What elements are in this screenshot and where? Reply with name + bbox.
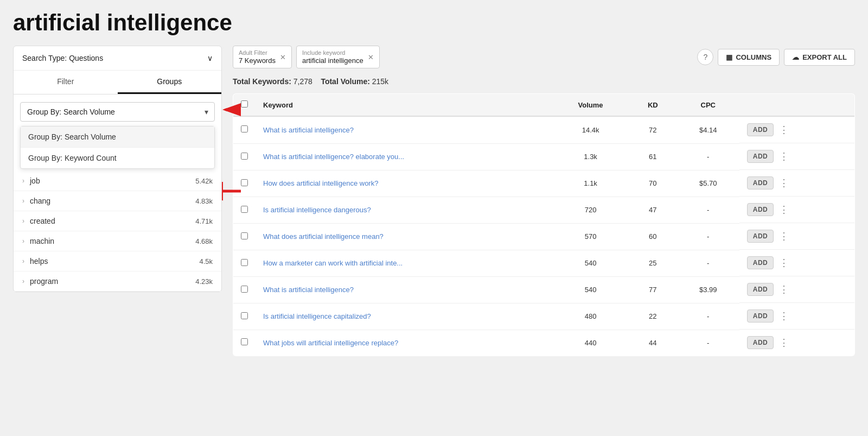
help-button[interactable]: ? bbox=[697, 49, 713, 65]
add-button[interactable]: ADD bbox=[747, 336, 774, 349]
keyword-link[interactable]: Is artificial intelligence dangerous? bbox=[263, 206, 371, 214]
more-options-button[interactable]: ⋮ bbox=[776, 123, 792, 137]
group-by-select[interactable]: Group By: Search Volume Group By: Keywor… bbox=[20, 102, 215, 122]
action-cell: ADD ⋮ bbox=[739, 170, 854, 197]
chip-value-keyword: artificial intelligence bbox=[302, 56, 363, 65]
keyword-link[interactable]: What is artificial intelligence? bbox=[263, 286, 354, 294]
keyword-cell: What is artificial intelligence? bbox=[256, 116, 552, 143]
kd-cell: 61 bbox=[629, 143, 677, 170]
row-checkbox[interactable] bbox=[241, 312, 248, 319]
cpc-cell: - bbox=[677, 143, 739, 170]
row-checkbox[interactable] bbox=[241, 338, 248, 345]
row-checkbox-cell bbox=[233, 303, 256, 330]
add-button[interactable]: ADD bbox=[747, 230, 774, 243]
table-row: Is artificial intelligence dangerous? 72… bbox=[233, 197, 855, 223]
chevron-right-icon: › bbox=[22, 277, 24, 285]
chip-label-adult: Adult Filter bbox=[239, 49, 276, 56]
keyword-cell: What is artificial intelligence? elabora… bbox=[256, 143, 552, 170]
sidebar-list: › job 5.42k › chang 4.83k › created 4.71… bbox=[14, 171, 221, 292]
list-item[interactable]: › program 4.23k bbox=[14, 271, 221, 292]
volume-column-header[interactable]: Volume bbox=[552, 94, 629, 117]
list-item[interactable]: › machin 4.68k bbox=[14, 231, 221, 251]
keyword-link[interactable]: What is artificial intelligence? bbox=[263, 126, 354, 134]
row-checkbox[interactable] bbox=[241, 179, 248, 186]
chevron-right-icon: › bbox=[22, 197, 24, 205]
select-all-checkbox[interactable] bbox=[241, 100, 248, 108]
keyword-link[interactable]: What jobs will artificial intelligence r… bbox=[263, 339, 398, 347]
keywords-table: Keyword Volume KD CPC What is artificial… bbox=[233, 93, 855, 356]
question-icon: ? bbox=[704, 53, 708, 61]
chevron-right-icon: › bbox=[22, 217, 24, 225]
keyword-link[interactable]: Is artificial intelligence capitalized? bbox=[263, 312, 371, 320]
table-row: What is artificial intelligence? elabora… bbox=[233, 143, 855, 170]
adult-filter-close-button[interactable]: ✕ bbox=[280, 53, 286, 61]
volume-cell: 1.1k bbox=[552, 170, 629, 197]
row-checkbox[interactable] bbox=[241, 153, 248, 160]
search-type-dropdown[interactable]: Search Type: Questions ∨ bbox=[14, 46, 221, 71]
total-volume-value: 215k bbox=[372, 77, 388, 86]
tab-filter[interactable]: Filter bbox=[14, 71, 118, 94]
more-options-button[interactable]: ⋮ bbox=[776, 336, 792, 350]
row-checkbox[interactable] bbox=[241, 286, 248, 293]
cpc-column-header[interactable]: CPC bbox=[677, 94, 739, 117]
add-button[interactable]: ADD bbox=[747, 176, 774, 189]
keyword-cell: How does artificial intelligence work? bbox=[256, 170, 552, 197]
columns-button[interactable]: ▦ COLUMNS bbox=[718, 49, 780, 66]
kd-cell: 70 bbox=[629, 170, 677, 197]
keyword-link[interactable]: What does artificial intelligence mean? bbox=[263, 232, 384, 241]
row-checkbox[interactable] bbox=[241, 232, 248, 239]
sidebar-tabs: Filter Groups bbox=[14, 71, 221, 94]
export-icon: ☁ bbox=[792, 53, 799, 61]
include-keyword-close-button[interactable]: ✕ bbox=[368, 53, 374, 61]
keyword-column-header[interactable]: Keyword bbox=[256, 94, 552, 117]
more-options-button[interactable]: ⋮ bbox=[776, 149, 792, 163]
volume-cell: 540 bbox=[552, 276, 629, 303]
list-item[interactable]: › job 5.42k bbox=[14, 171, 221, 191]
table-row: How does artificial intelligence work? 1… bbox=[233, 170, 855, 197]
cpc-cell: - bbox=[677, 303, 739, 330]
cpc-cell: $4.14 bbox=[677, 116, 739, 143]
chip-value-adult: 7 Keywords bbox=[239, 56, 276, 65]
row-checkbox[interactable] bbox=[241, 125, 248, 132]
add-button[interactable]: ADD bbox=[747, 283, 774, 296]
action-cell: ADD ⋮ bbox=[739, 223, 854, 250]
list-item[interactable]: › chang 4.83k bbox=[14, 191, 221, 211]
more-options-button[interactable]: ⋮ bbox=[776, 229, 792, 243]
more-options-button[interactable]: ⋮ bbox=[776, 256, 792, 270]
chevron-right-icon: › bbox=[22, 177, 24, 185]
adult-filter-chip: Adult Filter 7 Keywords ✕ bbox=[233, 46, 292, 68]
dropdown-option-search-volume[interactable]: Group By: Search Volume bbox=[21, 127, 214, 148]
volume-cell: 440 bbox=[552, 330, 629, 356]
list-item[interactable]: › created 4.71k bbox=[14, 211, 221, 231]
add-button[interactable]: ADD bbox=[747, 123, 774, 136]
row-checkbox-cell bbox=[233, 330, 256, 356]
more-options-button[interactable]: ⋮ bbox=[776, 282, 792, 296]
add-button[interactable]: ADD bbox=[747, 309, 774, 323]
row-checkbox[interactable] bbox=[241, 206, 248, 213]
add-button[interactable]: ADD bbox=[747, 203, 774, 216]
list-item[interactable]: › helps 4.5k bbox=[14, 251, 221, 271]
row-checkbox-cell bbox=[233, 250, 256, 276]
action-cell: ADD ⋮ bbox=[739, 197, 854, 223]
keyword-cell: How a marketer can work with artificial … bbox=[256, 250, 552, 276]
volume-cell: 570 bbox=[552, 223, 629, 250]
more-options-button[interactable]: ⋮ bbox=[776, 176, 792, 190]
select-all-header[interactable] bbox=[233, 94, 256, 117]
keyword-link[interactable]: How a marketer can work with artificial … bbox=[263, 259, 403, 267]
right-panel: Adult Filter 7 Keywords ✕ Include keywor… bbox=[233, 46, 855, 356]
tab-groups[interactable]: Groups bbox=[118, 71, 222, 94]
keyword-link[interactable]: What is artificial intelligence? elabora… bbox=[263, 153, 404, 161]
export-all-button[interactable]: ☁ EXPORT ALL bbox=[784, 49, 855, 66]
kd-cell: 22 bbox=[629, 303, 677, 330]
keyword-cell: Is artificial intelligence capitalized? bbox=[256, 303, 552, 330]
action-cell: ADD ⋮ bbox=[739, 117, 854, 143]
more-options-button[interactable]: ⋮ bbox=[776, 203, 792, 217]
more-options-button[interactable]: ⋮ bbox=[776, 309, 792, 323]
dropdown-option-keyword-count[interactable]: Group By: Keyword Count bbox=[21, 148, 214, 168]
kd-column-header[interactable]: KD bbox=[629, 94, 677, 117]
table-row: What is artificial intelligence? 540 77 … bbox=[233, 276, 855, 303]
row-checkbox[interactable] bbox=[241, 259, 248, 266]
keyword-link[interactable]: How does artificial intelligence work? bbox=[263, 179, 378, 187]
add-button[interactable]: ADD bbox=[747, 150, 774, 163]
add-button[interactable]: ADD bbox=[747, 256, 774, 269]
